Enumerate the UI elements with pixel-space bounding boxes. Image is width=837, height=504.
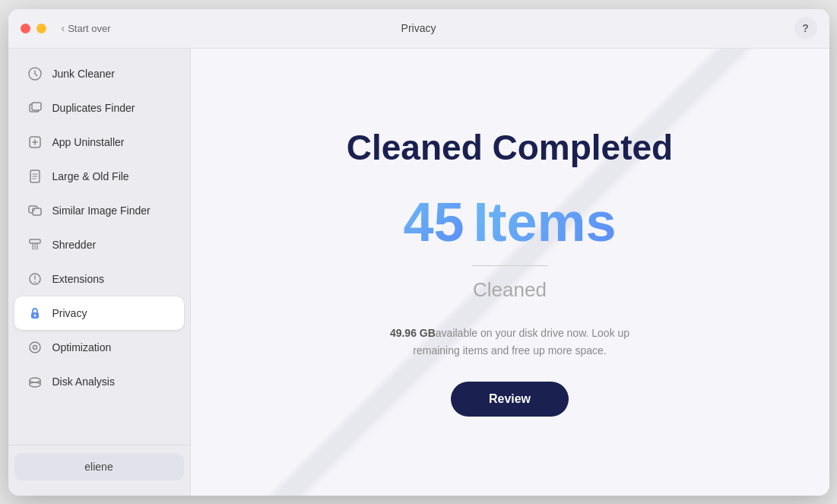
sidebar: Junk Cleaner Duplicates Finder — [8, 49, 191, 496]
svg-point-17 — [30, 378, 40, 382]
sidebar-item-large-old-file[interactable]: Large & Old File — [14, 160, 184, 193]
sidebar-label-privacy: Privacy — [52, 307, 87, 319]
sidebar-label-app-uninstaller: App Uninstaller — [52, 136, 125, 148]
duplicates-finder-icon — [27, 100, 43, 116]
disk-analysis-icon — [27, 373, 43, 390]
traffic-lights — [21, 24, 46, 33]
svg-rect-8 — [30, 239, 40, 243]
chevron-left-icon: ‹ — [62, 22, 65, 34]
sidebar-label-disk-analysis: Disk Analysis — [52, 376, 115, 388]
content-area: Junk Cleaner Duplicates Finder — [8, 49, 829, 496]
minimize-button[interactable] — [36, 24, 46, 33]
sidebar-items: Junk Cleaner Duplicates Finder — [8, 56, 190, 445]
sidebar-item-shredder[interactable]: Shredder — [14, 228, 184, 262]
sidebar-item-duplicates-finder[interactable]: Duplicates Finder — [14, 91, 184, 125]
divider — [472, 265, 548, 266]
user-label: eliene — [84, 461, 113, 473]
review-button[interactable]: Review — [451, 382, 569, 417]
user-item[interactable]: eliene — [14, 453, 184, 480]
disk-text: available on your disk drive now. Look u… — [413, 327, 629, 356]
sidebar-label-junk-cleaner: Junk Cleaner — [52, 68, 116, 80]
sidebar-item-disk-analysis[interactable]: Disk Analysis — [14, 365, 184, 398]
cleaned-title: Cleaned Completed — [347, 127, 673, 168]
items-row: 45 Items — [403, 191, 616, 253]
items-count: 45 — [403, 195, 464, 249]
sidebar-label-duplicates-finder: Duplicates Finder — [52, 102, 135, 114]
svg-point-10 — [34, 281, 36, 283]
close-button[interactable] — [21, 24, 30, 33]
sidebar-label-extensions: Extensions — [52, 273, 104, 285]
svg-point-15 — [30, 382, 40, 387]
sidebar-item-similar-image[interactable]: Similar Image Finder — [14, 194, 184, 227]
sidebar-label-optimization: Optimization — [52, 341, 112, 353]
sidebar-item-app-uninstaller[interactable]: App Uninstaller — [14, 125, 184, 159]
app-uninstaller-icon — [27, 134, 43, 151]
start-over-button[interactable]: ‹ Start over — [62, 22, 111, 34]
svg-rect-6 — [33, 208, 41, 215]
sidebar-label-large-old-file: Large & Old File — [52, 170, 129, 182]
app-window: ‹ Start over Privacy ? Junk Cleaner — [8, 9, 829, 496]
titlebar: ‹ Start over Privacy ? — [8, 9, 829, 49]
disk-gb: 49.96 GB — [390, 327, 436, 339]
page-title: Privacy — [401, 22, 436, 34]
optimization-icon — [27, 339, 43, 356]
disk-info: 49.96 GBavailable on your disk drive now… — [388, 325, 632, 359]
main-content: Cleaned Completed 45 Items Cleaned 49.96… — [191, 49, 829, 496]
items-label: Items — [474, 191, 617, 253]
sidebar-label-similar-image: Similar Image Finder — [52, 204, 151, 217]
cleaned-subtitle: Cleaned — [473, 278, 547, 302]
svg-point-13 — [30, 342, 40, 353]
sidebar-item-extensions[interactable]: Extensions — [14, 262, 184, 296]
junk-cleaner-icon — [27, 65, 43, 82]
sidebar-footer: eliene — [8, 445, 190, 488]
start-over-label: Start over — [68, 23, 110, 34]
privacy-icon — [27, 305, 43, 322]
sidebar-item-optimization[interactable]: Optimization — [14, 331, 184, 364]
svg-point-12 — [33, 314, 36, 316]
large-old-file-icon — [27, 168, 43, 185]
svg-rect-2 — [32, 103, 41, 110]
extensions-icon — [27, 271, 43, 287]
svg-point-14 — [33, 345, 36, 349]
sidebar-item-privacy[interactable]: Privacy — [14, 296, 184, 330]
sidebar-label-shredder: Shredder — [52, 239, 97, 251]
help-button[interactable]: ? — [794, 17, 817, 40]
sidebar-item-junk-cleaner[interactable]: Junk Cleaner — [14, 57, 184, 90]
shredder-icon — [27, 236, 43, 253]
similar-image-icon — [27, 202, 43, 219]
